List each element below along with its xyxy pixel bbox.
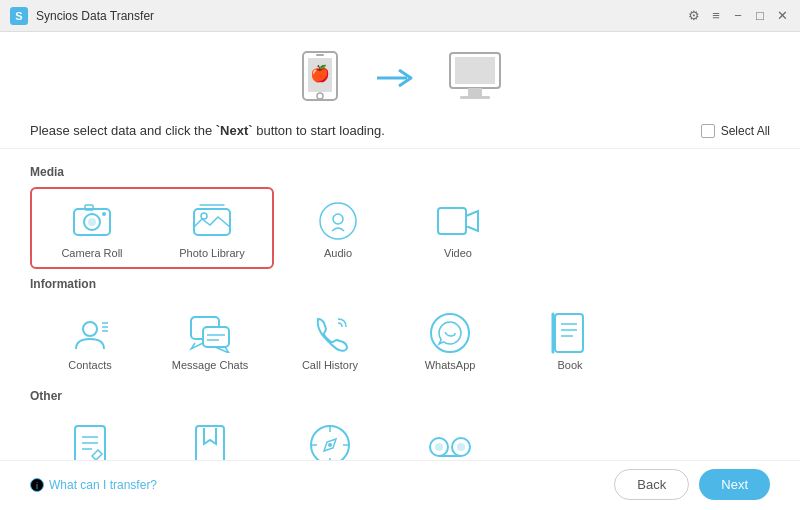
window-controls: ⚙ ≡ − □ ✕ (686, 8, 790, 24)
transfer-header: 🍎 (0, 32, 800, 115)
settings-button[interactable]: ⚙ (686, 8, 702, 24)
items-section: Media Camera Roll (0, 149, 800, 460)
safari-history-item[interactable]: Safari History (270, 411, 390, 460)
svg-rect-31 (555, 314, 583, 352)
notes-item[interactable]: Notes (30, 411, 150, 460)
minimize-button[interactable]: − (730, 8, 746, 24)
svg-point-20 (333, 214, 343, 224)
information-grid: Contacts Message Chats (30, 299, 770, 381)
other-section-label: Other (30, 389, 770, 403)
book-label: Book (557, 359, 582, 371)
camera-roll-label: Camera Roll (61, 247, 122, 259)
contacts-icon (68, 311, 112, 355)
information-section-label: Information (30, 277, 770, 291)
svg-text:i: i (36, 481, 38, 491)
monitor-icon (445, 50, 505, 105)
svg-point-19 (320, 203, 356, 239)
next-button[interactable]: Next (699, 469, 770, 500)
svg-point-18 (201, 213, 207, 219)
video-item[interactable]: Video (398, 187, 518, 269)
whatsapp-label: WhatsApp (425, 359, 476, 371)
audio-item[interactable]: Audio (278, 187, 398, 269)
photo-library-item[interactable]: Photo Library (152, 189, 272, 267)
svg-text:🍎: 🍎 (310, 64, 330, 83)
media-section-label: Media (30, 165, 770, 179)
source-device: 🍎 (295, 50, 345, 105)
camera-roll-item[interactable]: Camera Roll (32, 189, 152, 267)
title-bar: S Syncios Data Transfer ⚙ ≡ − □ ✕ (0, 0, 800, 32)
selected-media-group: Camera Roll Photo Library (30, 187, 274, 269)
call-history-icon (308, 311, 352, 355)
svg-point-51 (457, 443, 465, 451)
bookmarks-icon (188, 423, 232, 460)
svg-point-16 (102, 212, 106, 216)
message-chats-icon (188, 311, 232, 355)
help-link-text: What can I transfer? (49, 478, 157, 492)
notes-icon (68, 423, 112, 460)
call-history-label: Call History (302, 359, 358, 371)
svg-rect-27 (203, 327, 229, 347)
svg-rect-11 (460, 96, 490, 99)
close-button[interactable]: ✕ (774, 8, 790, 24)
message-chats-label: Message Chats (172, 359, 248, 371)
menu-button[interactable]: ≡ (708, 8, 724, 24)
arrow-right-icon (375, 66, 415, 90)
book-item[interactable]: Book (510, 299, 630, 381)
audio-label: Audio (324, 247, 352, 259)
video-label: Video (444, 247, 472, 259)
main-content: 🍎 Please select data and click the `Next… (0, 32, 800, 510)
book-icon (548, 311, 592, 355)
instruction-text: Please select data and click the `Next` … (30, 123, 385, 138)
bookmarks-item[interactable]: Bookmarks (150, 411, 270, 460)
svg-point-22 (83, 322, 97, 336)
call-history-item[interactable]: Call History (270, 299, 390, 381)
footer: i What can I transfer? Back Next (0, 460, 800, 510)
voice-mail-item[interactable]: Voice Mail (390, 411, 510, 460)
select-all-checkbox[interactable] (701, 124, 715, 138)
other-grid: Notes Bookmarks (30, 411, 770, 460)
safari-history-icon (308, 423, 352, 460)
back-button[interactable]: Back (614, 469, 689, 500)
video-icon (436, 199, 480, 243)
svg-point-42 (328, 443, 332, 447)
photo-library-icon (190, 199, 234, 243)
whatsapp-icon (428, 311, 472, 355)
app-title: Syncios Data Transfer (36, 9, 154, 23)
svg-rect-10 (468, 88, 482, 96)
select-all-button[interactable]: Select All (701, 124, 770, 138)
svg-point-50 (435, 443, 443, 451)
transfer-arrow-icon (375, 66, 415, 90)
target-device (445, 50, 505, 105)
select-all-label: Select All (721, 124, 770, 138)
instruction-bar: Please select data and click the `Next` … (0, 115, 800, 149)
svg-point-4 (317, 93, 323, 99)
svg-text:S: S (15, 10, 22, 22)
photo-library-label: Photo Library (179, 247, 244, 259)
contacts-label: Contacts (68, 359, 111, 371)
app-logo-icon: S (10, 7, 28, 25)
svg-rect-40 (196, 426, 224, 460)
audio-icon (316, 199, 360, 243)
svg-rect-9 (455, 57, 495, 84)
svg-rect-21 (438, 208, 466, 234)
svg-point-30 (431, 314, 469, 352)
footer-buttons: Back Next (614, 469, 770, 500)
help-link[interactable]: i What can I transfer? (30, 478, 157, 492)
whatsapp-item[interactable]: WhatsApp (390, 299, 510, 381)
voice-mail-icon (428, 423, 472, 460)
message-chats-item[interactable]: Message Chats (150, 299, 270, 381)
maximize-button[interactable]: □ (752, 8, 768, 24)
media-grid: Camera Roll Photo Library (30, 187, 770, 269)
ios-device-icon: 🍎 (295, 50, 345, 105)
svg-rect-15 (85, 205, 93, 210)
info-icon: i (30, 478, 44, 492)
camera-roll-icon (70, 199, 114, 243)
contacts-item[interactable]: Contacts (30, 299, 150, 381)
svg-point-14 (88, 218, 96, 226)
